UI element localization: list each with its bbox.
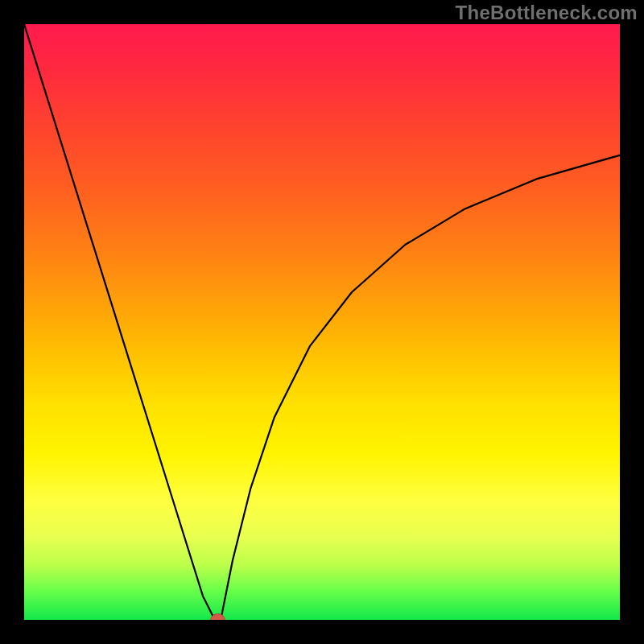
curve-right-branch xyxy=(221,155,620,620)
watermark-text: TheBottleneck.com xyxy=(456,2,638,24)
chart-frame: TheBottleneck.com xyxy=(0,0,644,644)
plot-area xyxy=(24,24,620,620)
chart-svg xyxy=(24,24,620,620)
curve-left-branch xyxy=(24,24,215,620)
